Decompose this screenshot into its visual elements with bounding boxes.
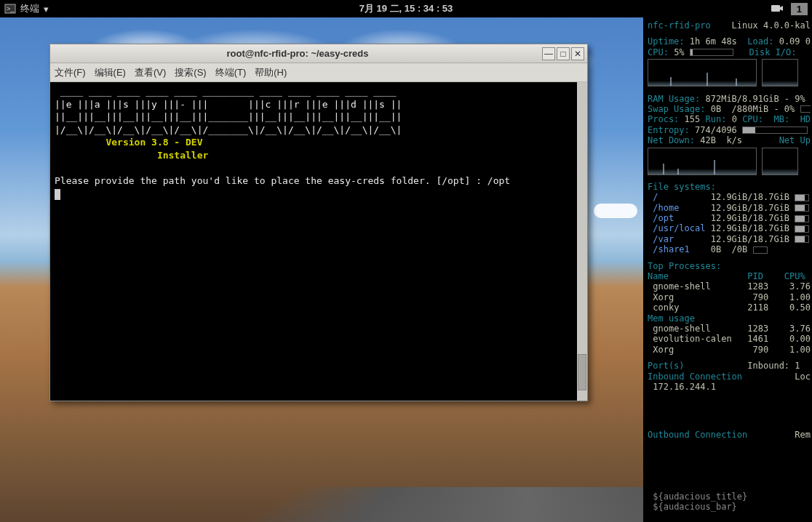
proc-row: conky 2118 0.50: [648, 302, 811, 313]
inbound-count: Inbound: 1 Out: [747, 361, 811, 371]
outbound-label: Outbound Connection: [648, 430, 747, 440]
svg-text:>_: >_: [7, 5, 15, 12]
installer-text: Installer: [55, 150, 208, 161]
scrollbar[interactable]: [577, 82, 587, 401]
terminal-window: root@nfc-rfid-pro: ~/easy-creds — □ ✕ 文件…: [49, 44, 588, 401]
ascii-art-line: |/__\|/__\|/__\|/__\|/__\|/_______\|/__\…: [55, 124, 402, 135]
proc-row: gnome-shell 1283 3.76: [648, 281, 811, 292]
menu-search[interactable]: 搜索(S): [175, 66, 206, 79]
ram-label: RAM Usage:: [648, 94, 700, 104]
swap-label: Swap Usage:: [648, 104, 705, 114]
fs-row: /share1 0B /0B: [648, 244, 811, 254]
outbound-rem: Remo: [795, 430, 811, 440]
load-val: 0.09 0.2: [779, 36, 811, 47]
top-panel: >_ 终端 ▾ 7月 19 二, 15 : 34 : 53 1: [0, 0, 812, 17]
proc-row: gnome-shell 1283 3.76: [648, 324, 811, 334]
fs-row: /home 12.9GiB/18.7GiB: [648, 203, 811, 213]
cpu-graph: [648, 59, 757, 87]
netdown-val: 42B k/s: [700, 135, 742, 145]
menu-view[interactable]: 查看(V): [135, 66, 166, 79]
audacious-bar: ${audacious_bar}: [653, 502, 737, 512]
menu-edit[interactable]: 编辑(E): [95, 66, 126, 79]
ascii-art-line: ||__|||__|||__|||__|||__|||_______|||__|…: [55, 111, 402, 122]
netup-label: Net Up:: [779, 135, 811, 145]
load-label: Load:: [747, 36, 773, 47]
inbound-ip: 172.16.244.1: [653, 382, 716, 392]
cpu-label: CPU:: [648, 47, 669, 57]
clock[interactable]: 7月 19 二, 15 : 34 : 53: [359, 2, 453, 15]
terminal-icon[interactable]: >_: [4, 3, 16, 15]
window-title: root@nfc-rfid-pro: ~/easy-creds: [53, 48, 542, 59]
cloud-small: [594, 204, 637, 218]
conky-panel: nfc-rfid-pro Linux 4.0.0-kal Uptime: 1h …: [643, 17, 812, 522]
entropy-val: 774/4096: [695, 125, 737, 135]
maximize-button[interactable]: □: [557, 47, 570, 60]
minimize-button[interactable]: —: [542, 47, 555, 60]
fs-row: /opt 12.9GiB/18.7GiB: [648, 213, 811, 223]
kernel-text: Linux 4.0.0-kal: [732, 20, 811, 31]
ports-label: Port(s): [648, 361, 685, 371]
hd-label: HD:: [800, 114, 811, 124]
procs-label: Procs:: [648, 114, 679, 124]
cpu-val: 5%: [674, 47, 684, 57]
disk-graph: [762, 59, 798, 87]
top-header: Top Processes:: [648, 261, 721, 271]
menu-help[interactable]: 帮助(H): [255, 66, 287, 79]
menubar: 文件(F) 编辑(E) 查看(V) 搜索(S) 终端(T) 帮助(H): [50, 63, 587, 82]
ram-val: 872MiB/8.91GiB - 9%: [705, 94, 805, 104]
ascii-art-line: ____ ____ ____ ____ ____ _________ ____ …: [55, 86, 397, 97]
top-columns: Name PID CPU%: [648, 271, 805, 281]
titlebar[interactable]: root@nfc-rfid-pro: ~/easy-creds — □ ✕: [50, 44, 587, 63]
menu-file[interactable]: 文件(F): [55, 66, 86, 79]
proc-row: evolution-calen 1461 0.00: [648, 334, 811, 344]
diskio-label: Disk I/O:: [749, 47, 797, 57]
terminal-content[interactable]: ____ ____ ____ ____ ____ _________ ____ …: [50, 82, 587, 401]
version-text: Version 3.8 - DEV: [55, 137, 203, 148]
proc-row: Xorg 790 1.00: [648, 345, 811, 355]
procs-val: 155: [685, 114, 701, 124]
swap-val: 0B /880MiB - 0%: [711, 104, 795, 114]
uptime-label: Uptime:: [648, 36, 685, 47]
inbound-label: Inbound Connection: [648, 372, 742, 382]
cursor: [55, 189, 60, 200]
ascii-art-line: ||e |||a |||s |||y |||- ||| |||c |||r ||…: [55, 99, 402, 110]
close-button[interactable]: ✕: [571, 47, 584, 60]
fs-row: / 12.9GiB/18.7GiB: [648, 192, 811, 202]
netdown-graph: [648, 148, 757, 175]
fs-row: /usr/local 12.9GiB/18.7GiB: [648, 223, 811, 233]
menu-terminal[interactable]: 终端(T): [215, 66, 247, 79]
inbound-loc: Loca: [795, 372, 811, 382]
cpu2-label: CPU:: [742, 114, 763, 124]
chevron-down-icon[interactable]: ▾: [44, 4, 49, 15]
svg-rect-2: [771, 5, 780, 12]
uptime-val: 1h 6m 48s: [690, 36, 737, 47]
fs-header: File systems:: [648, 182, 716, 192]
prompt-text: Please provide the path you'd like to pl…: [55, 175, 510, 186]
camera-icon[interactable]: [771, 3, 784, 15]
mem-header: Mem usage: [648, 313, 695, 324]
workspace-indicator[interactable]: 1: [791, 3, 808, 15]
run-label: Run:: [706, 114, 727, 124]
host-label: nfc-rfid-pro: [648, 20, 711, 31]
app-menu-label[interactable]: 终端: [20, 2, 39, 15]
proc-row: Xorg 790 1.00: [648, 292, 811, 302]
scroll-thumb[interactable]: [578, 354, 586, 390]
entropy-label: Entropy:: [648, 125, 690, 135]
netup-graph: [762, 148, 798, 175]
run-val: 0: [732, 114, 737, 124]
netdown-label: Net Down:: [648, 135, 695, 145]
fs-row: /var 12.9GiB/18.7GiB: [648, 234, 811, 244]
mb-label: MB:: [773, 114, 789, 124]
audacious-title: ${audacious_title}: [653, 491, 747, 502]
